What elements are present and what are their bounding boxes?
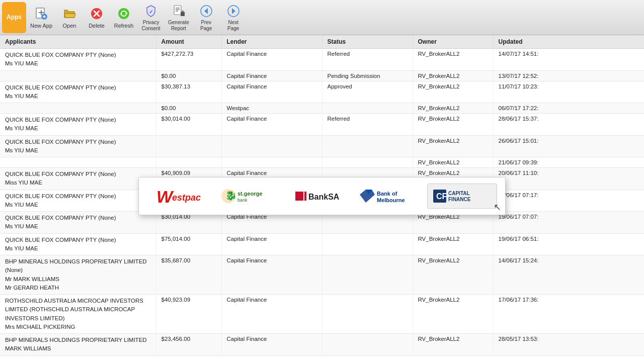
svg-marker-17 bbox=[181, 12, 185, 16]
status-cell: Pending Submission bbox=[322, 70, 413, 81]
prev-page-icon bbox=[198, 4, 214, 19]
table-row[interactable]: RV_BrokerALL2 21/06/17 09:39: bbox=[0, 157, 644, 168]
svg-marker-20 bbox=[204, 8, 208, 14]
amount-cell: $427,272.73 bbox=[156, 49, 221, 71]
applicant-cell: QUICK BLUE FOX COMPANY PTY (None)Ms YIU … bbox=[0, 135, 156, 157]
new-app-button[interactable]: New App bbox=[27, 2, 55, 34]
refresh-button[interactable]: Refresh bbox=[111, 2, 137, 34]
owner-cell: RV_BrokerALL2 bbox=[413, 157, 493, 168]
table-row[interactable]: QUICK BLUE FOX COMPANY PTY (None)Ms YIU … bbox=[0, 233, 644, 255]
owner-cell: RV_BrokerALL2 bbox=[413, 103, 493, 114]
lender-cell: Capital Finance bbox=[221, 49, 322, 71]
updated-cell: 13/07/17 12:52: bbox=[493, 70, 644, 81]
svg-text:CAPITAL: CAPITAL bbox=[448, 191, 470, 196]
amount-cell: $35,687.00 bbox=[156, 255, 221, 295]
svg-text:🐉: 🐉 bbox=[225, 190, 237, 201]
updated-cell: 19/06/17 07:07: bbox=[493, 212, 644, 234]
stgeorge-lender-option[interactable]: 🐉 st.george bank bbox=[216, 184, 285, 209]
table-row[interactable]: $0.00 Westpac RV_BrokerALL2 06/07/17 17:… bbox=[0, 103, 644, 114]
lender-cell: Westpac bbox=[221, 103, 322, 114]
privacy-consent-icon: ✓ bbox=[143, 4, 159, 19]
status-cell: Referred bbox=[322, 114, 413, 136]
col-header-status[interactable]: Status bbox=[322, 35, 413, 49]
next-page-icon bbox=[225, 4, 242, 19]
status-cell bbox=[322, 103, 413, 114]
banksa-lender-option[interactable]: BankSA bbox=[285, 184, 354, 209]
table-row[interactable]: QUICK BLUE FOX COMPANY PTY (None)Ms YIU … bbox=[0, 49, 644, 71]
owner-cell: RV_BrokerALL2 bbox=[413, 295, 493, 334]
col-header-updated[interactable]: Updated bbox=[493, 35, 644, 49]
status-cell bbox=[322, 135, 413, 157]
updated-cell: 14/07/17 14:51: bbox=[493, 49, 644, 71]
updated-cell: 20/06/17 11:10: bbox=[493, 168, 644, 190]
svg-text:W: W bbox=[156, 187, 174, 206]
generate-report-icon bbox=[171, 4, 187, 19]
svg-marker-22 bbox=[232, 8, 235, 14]
updated-cell: 19/06/17 07:17: bbox=[493, 190, 644, 212]
capitalfinance-lender-option[interactable]: CF CAPITAL FINANCE ↖ bbox=[427, 184, 497, 209]
updated-cell: 21/06/17 09:39: bbox=[493, 157, 644, 168]
updated-cell: 19/06/17 06:51: bbox=[493, 233, 644, 255]
lender-selection-popup: W estpac 🐉 st.george bank BankSA bbox=[138, 177, 506, 215]
amount-cell: $30,014.00 bbox=[156, 114, 221, 136]
table-row[interactable]: QUICK BLUE FOX COMPANY PTY (None)Ms YIU … bbox=[0, 135, 644, 157]
col-header-owner[interactable]: Owner bbox=[413, 35, 493, 49]
svg-text:FINANCE: FINANCE bbox=[448, 197, 471, 202]
applicant-cell: BHP MINERALS HOLDINGS PROPRIETARY LIMITE… bbox=[0, 334, 156, 356]
delete-icon bbox=[89, 6, 105, 22]
status-cell: Approved bbox=[322, 81, 413, 103]
table-row[interactable]: $0.00 Capital Finance Pending Submission… bbox=[0, 70, 644, 81]
applicant-cell bbox=[0, 70, 156, 81]
owner-cell: RV_BrokerALL2 bbox=[413, 81, 493, 103]
westpac-lender-option[interactable]: W estpac bbox=[147, 184, 216, 209]
owner-cell: RV_BrokerALL2 bbox=[413, 70, 493, 81]
col-header-amount[interactable]: Amount bbox=[156, 35, 221, 49]
col-header-lender[interactable]: Lender bbox=[221, 35, 322, 49]
amount-cell: $0.00 bbox=[156, 70, 221, 81]
svg-rect-30 bbox=[304, 192, 306, 201]
prev-page-button[interactable]: Prev Page bbox=[193, 2, 219, 34]
table-row[interactable]: QUICK BLUE FOX COMPANY PTY (None)Ms YIU … bbox=[0, 114, 644, 136]
apps-button[interactable]: Apps bbox=[2, 2, 26, 33]
status-cell bbox=[322, 233, 413, 255]
svg-rect-13 bbox=[174, 6, 181, 15]
owner-cell: RV_BrokerALL2 bbox=[413, 114, 493, 136]
next-page-button[interactable]: Next Page bbox=[220, 2, 247, 34]
svg-text:Bank of: Bank of bbox=[377, 191, 397, 197]
open-button[interactable]: Open bbox=[56, 2, 83, 34]
lender-cell: Capital Finance bbox=[221, 70, 322, 81]
table-row[interactable]: ROTHSCHILD AUSTRALIA MICROCAP INVESTORS … bbox=[0, 295, 644, 334]
col-header-applicants[interactable]: Applicants bbox=[0, 35, 156, 49]
delete-button[interactable]: Delete bbox=[84, 2, 110, 34]
applicant-cell: QUICK BLUE FOX COMPANY PTY (None)Ms YIU … bbox=[0, 114, 156, 136]
table-header-row: Applicants Amount Lender Status Owner Up… bbox=[0, 35, 644, 49]
status-cell bbox=[322, 255, 413, 295]
status-cell: Referred bbox=[322, 49, 413, 71]
owner-cell: RV_BrokerALL2 bbox=[413, 49, 493, 71]
amount-cell bbox=[156, 135, 221, 157]
lender-cell: Capital Finance bbox=[221, 334, 322, 356]
prev-page-label: Prev Page bbox=[200, 20, 212, 32]
applicant-cell: QUICK BLUE FOX COMPANY PTY (None)Ms YIU … bbox=[0, 49, 156, 71]
amount-cell: $40,923.09 bbox=[156, 295, 221, 334]
applications-table-container: Applicants Amount Lender Status Owner Up… bbox=[0, 35, 644, 362]
svg-text:bank: bank bbox=[237, 198, 248, 203]
status-cell bbox=[322, 157, 413, 168]
bankmelbourne-lender-option[interactable]: Bank of Melbourne bbox=[354, 184, 427, 209]
applicant-cell: QUICK BLUE FOX COMPANY PTY (None)Miss YI… bbox=[0, 168, 156, 190]
generate-report-button[interactable]: Generate Report bbox=[165, 2, 192, 34]
table-row[interactable]: BHP MINERALS HOLDINGS PROPRIETARY LIMITE… bbox=[0, 255, 644, 295]
table-row[interactable]: BHP MINERALS HOLDINGS PROPRIETARY LIMITE… bbox=[0, 334, 644, 356]
owner-cell: RV_BrokerALL2 bbox=[413, 233, 493, 255]
table-row[interactable]: QUICK BLUE FOX COMPANY PTY (None)Ms YIU … bbox=[0, 81, 644, 103]
lender-cell: Capital Finance bbox=[221, 114, 322, 136]
updated-cell: 26/06/17 15:01: bbox=[493, 135, 644, 157]
svg-text:CF: CF bbox=[436, 192, 447, 201]
privacy-consent-button[interactable]: ✓ Privacy Consent bbox=[138, 2, 164, 34]
applicant-cell: QUICK BLUE FOX COMPANY PTY (None)Ms YIU … bbox=[0, 190, 156, 212]
open-icon bbox=[61, 6, 77, 22]
delete-label: Delete bbox=[89, 23, 105, 29]
new-app-icon bbox=[33, 6, 49, 22]
amount-cell: $75,014.00 bbox=[156, 233, 221, 255]
status-cell bbox=[322, 295, 413, 334]
